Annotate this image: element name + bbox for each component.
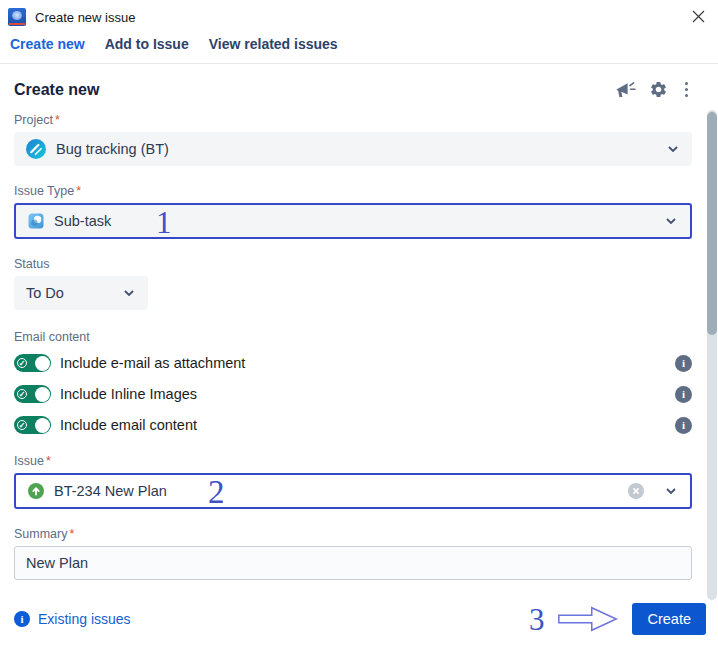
toggle-label: Include Inline Images xyxy=(60,386,197,402)
info-inline-images-icon[interactable]: i xyxy=(675,386,692,403)
project-select[interactable]: Bug tracking (BT) xyxy=(14,132,692,166)
annotation-step-3: 3 xyxy=(529,604,545,635)
required-asterisk: * xyxy=(76,184,81,198)
toggle-row: ✓ Include email content i xyxy=(14,416,692,434)
toggle-check-icon: ✓ xyxy=(17,389,27,399)
existing-issues-link[interactable]: i Existing issues xyxy=(14,611,131,627)
issue-type-select[interactable]: Sub-task 1 xyxy=(14,203,692,239)
footer-bar: i Existing issues 3 Create xyxy=(0,603,718,635)
scrollbar-thumb[interactable] xyxy=(707,112,717,335)
clear-icon xyxy=(628,483,644,499)
tab-create-new[interactable]: Create new xyxy=(10,36,85,52)
project-avatar-icon xyxy=(26,139,46,159)
issue-label: Issue* xyxy=(14,454,692,468)
chevron-down-icon xyxy=(124,290,134,296)
info-icon: i xyxy=(14,611,30,627)
clear-issue-button[interactable] xyxy=(628,483,644,499)
chevron-down-icon xyxy=(666,218,676,224)
issue-select[interactable]: BT-234 New Plan 2 xyxy=(14,473,692,509)
window-header: Create new issue xyxy=(0,0,718,30)
chevron-down-icon xyxy=(668,146,678,152)
close-icon xyxy=(692,10,705,23)
toggle-label: Include e-mail as attachment xyxy=(60,355,245,371)
addin-app-icon xyxy=(8,8,26,26)
summary-label: Summary* xyxy=(14,527,692,541)
issue-type-value: Sub-task xyxy=(54,213,111,229)
issue-type-label: Issue Type* xyxy=(14,184,692,198)
toggle-row: ✓ Include Inline Images i xyxy=(14,385,692,403)
status-label: Status xyxy=(14,257,692,271)
toggle-knob xyxy=(35,418,50,433)
required-asterisk: * xyxy=(46,454,51,468)
annotation-step-1: 1 xyxy=(156,207,172,238)
required-asterisk: * xyxy=(69,527,74,541)
tab-view-related-issues[interactable]: View related issues xyxy=(209,36,338,52)
form-content: Create new Project* xyxy=(0,80,718,580)
megaphone-icon xyxy=(615,81,636,99)
toggle-knob xyxy=(35,387,50,402)
close-button[interactable] xyxy=(690,8,706,24)
toggle-label: Include email content xyxy=(60,417,197,433)
more-options-button[interactable] xyxy=(681,81,693,99)
settings-button[interactable] xyxy=(649,80,668,99)
kebab-icon xyxy=(685,82,689,86)
gear-icon xyxy=(649,80,668,99)
toggle-check-icon: ✓ xyxy=(17,358,27,368)
announcement-button[interactable] xyxy=(615,81,636,99)
annotation-arrow-icon xyxy=(557,603,619,635)
create-new-issue-panel: { "window": { "title": "Create new issue… xyxy=(0,0,718,657)
email-content-group: Email content ✓ Include e-mail as attach… xyxy=(14,330,692,434)
toggle-include-email-attachment[interactable]: ✓ xyxy=(14,354,51,372)
create-button[interactable]: Create xyxy=(632,603,706,635)
info-email-content-icon[interactable]: i xyxy=(675,417,692,434)
issue-value: BT-234 New Plan xyxy=(54,483,167,499)
section-toolbar xyxy=(615,80,693,99)
toggle-row: ✓ Include e-mail as attachment i xyxy=(14,354,692,372)
subtask-icon xyxy=(28,213,44,229)
project-value: Bug tracking (BT) xyxy=(56,141,169,157)
toggle-include-inline-images[interactable]: ✓ xyxy=(14,385,51,403)
window-title: Create new issue xyxy=(35,10,135,25)
summary-input[interactable] xyxy=(14,546,692,580)
scrollbar-track[interactable] xyxy=(707,110,717,600)
status-value: To Do xyxy=(26,285,64,301)
chevron-down-icon xyxy=(666,488,676,494)
toggle-include-email-content[interactable]: ✓ xyxy=(14,416,51,434)
info-attachment-icon[interactable]: i xyxy=(675,355,692,372)
toggle-check-icon: ✓ xyxy=(17,420,27,430)
tab-add-to-issue[interactable]: Add to Issue xyxy=(105,36,189,52)
existing-issues-label: Existing issues xyxy=(38,611,131,627)
status-select[interactable]: To Do xyxy=(14,276,148,310)
required-asterisk: * xyxy=(55,113,60,127)
project-label: Project* xyxy=(14,113,692,127)
page-title: Create new xyxy=(14,81,99,99)
issue-improvement-icon xyxy=(28,483,44,499)
tab-bar: Create new Add to Issue View related iss… xyxy=(0,30,718,64)
email-content-label: Email content xyxy=(14,330,692,344)
annotation-step-2: 2 xyxy=(208,476,225,509)
toggle-knob xyxy=(35,356,50,371)
